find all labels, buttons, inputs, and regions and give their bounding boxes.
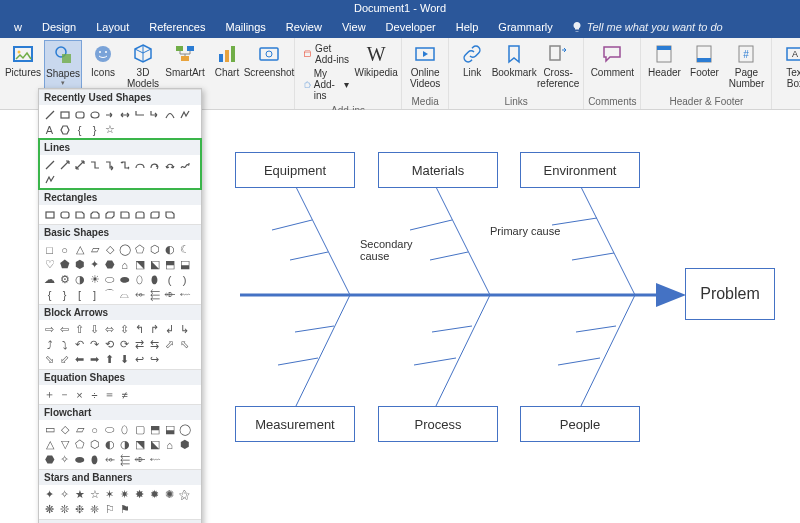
shape-elbow-arrow[interactable]: [147, 107, 162, 122]
footer-button[interactable]: Footer: [685, 40, 723, 80]
shape-curve-double[interactable]: [162, 157, 177, 172]
shape-item[interactable]: ⬯: [132, 272, 147, 287]
shape-item[interactable]: △: [72, 242, 87, 257]
shape-item[interactable]: ⬓: [162, 422, 177, 437]
tab-mailings[interactable]: Mailings: [216, 17, 276, 37]
pictures-button[interactable]: Pictures: [4, 40, 42, 80]
shape-textbox[interactable]: A: [42, 122, 57, 137]
shape-item[interactable]: ⇧: [72, 322, 87, 337]
shape-item[interactable]: ⬠: [132, 242, 147, 257]
shape-item[interactable]: ⬠: [72, 437, 87, 452]
shape-item[interactable]: ⬰: [132, 287, 147, 302]
tab-grammarly[interactable]: Grammarly: [488, 17, 562, 37]
fishbone-category-materials[interactable]: Materials: [378, 152, 498, 188]
shape-item[interactable]: ⌓: [117, 287, 132, 302]
shapes-button[interactable]: Shapes ▾: [44, 40, 82, 90]
shape-item[interactable]: ⬱: [117, 452, 132, 467]
shape-freeform[interactable]: [177, 107, 192, 122]
tab-review[interactable]: Review: [276, 17, 332, 37]
shape-item[interactable]: ▽: [57, 437, 72, 452]
shape-scribble[interactable]: [177, 157, 192, 172]
shape-item[interactable]: ⬭: [102, 422, 117, 437]
shape-item[interactable]: }: [57, 287, 72, 302]
shape-item[interactable]: ◑: [72, 272, 87, 287]
shape-item[interactable]: ⟲: [102, 337, 117, 352]
shape-item[interactable]: ◑: [117, 437, 132, 452]
tab-references[interactable]: References: [139, 17, 215, 37]
shape-item[interactable]: ⇨: [42, 322, 57, 337]
shape-item[interactable]: ⬮: [87, 452, 102, 467]
shape-curve[interactable]: [162, 107, 177, 122]
shape-item[interactable]: ⇦: [57, 322, 72, 337]
shape-item[interactable]: ⬬: [72, 452, 87, 467]
shape-rectangle[interactable]: [57, 107, 72, 122]
cross-reference-button[interactable]: Cross- reference: [537, 40, 579, 91]
shape-item[interactable]: ▭: [42, 422, 57, 437]
shape-item[interactable]: ⚙: [57, 272, 72, 287]
my-addins-button[interactable]: My Add-ins ▾: [301, 67, 351, 102]
shape-item[interactable]: ⬔: [132, 257, 147, 272]
shape-item[interactable]: ⬕: [147, 437, 162, 452]
shape-item[interactable]: ⬀: [162, 337, 177, 352]
shape-rect-snipdiag[interactable]: [102, 207, 117, 222]
shape-item[interactable]: ⇳: [117, 322, 132, 337]
shape-item[interactable]: ☀: [87, 272, 102, 287]
shape-item[interactable]: ⬄: [102, 322, 117, 337]
shape-item[interactable]: ⬬: [117, 272, 132, 287]
shape-item[interactable]: ⬲: [132, 452, 147, 467]
shape-rect-snip1[interactable]: [72, 207, 87, 222]
textbox-button[interactable]: A Text Box: [776, 40, 800, 91]
shape-item[interactable]: ⇄: [132, 337, 147, 352]
shape-item[interactable]: ◯: [177, 422, 192, 437]
shape-item[interactable]: ↶: [72, 337, 87, 352]
shape-arrow-right[interactable]: [102, 107, 117, 122]
tell-me-search[interactable]: Tell me what you want to do: [571, 21, 723, 33]
shape-item[interactable]: ⌂: [162, 437, 177, 452]
shape-item[interactable]: ⤴: [42, 337, 57, 352]
3d-models-button[interactable]: 3D Models: [124, 40, 162, 91]
shape-double-arrow[interactable]: [117, 107, 132, 122]
shape-item[interactable]: ▱: [72, 422, 87, 437]
fishbone-category-process[interactable]: Process: [378, 406, 498, 442]
document-canvas[interactable]: Equipment Materials Environment Measurem…: [200, 110, 800, 523]
shape-item[interactable]: ⬡: [147, 242, 162, 257]
shape-item[interactable]: ⬂: [42, 352, 57, 367]
shape-equal[interactable]: ＝: [102, 387, 117, 402]
shape-line[interactable]: [42, 157, 57, 172]
shape-rect-round[interactable]: [57, 207, 72, 222]
shape-item[interactable]: ⬭: [102, 272, 117, 287]
link-button[interactable]: Link: [453, 40, 491, 80]
shape-item[interactable]: ⚑: [117, 502, 132, 517]
shape-elbow-arrow[interactable]: [102, 157, 117, 172]
shape-item[interactable]: ◐: [162, 242, 177, 257]
shape-item[interactable]: ↩: [132, 352, 147, 367]
shape-item[interactable]: ⟳: [117, 337, 132, 352]
shape-item[interactable]: ❊: [57, 502, 72, 517]
shape-item[interactable]: △: [42, 437, 57, 452]
shape-item[interactable]: ↷: [87, 337, 102, 352]
shape-elbow[interactable]: [132, 107, 147, 122]
shape-item[interactable]: ⬅: [72, 352, 87, 367]
fishbone-category-measurement[interactable]: Measurement: [235, 406, 355, 442]
shape-oval[interactable]: [87, 107, 102, 122]
header-button[interactable]: Header: [645, 40, 683, 80]
shape-item[interactable]: ⬢: [177, 437, 192, 452]
shape-item[interactable]: ✧: [57, 452, 72, 467]
shape-item[interactable]: ⬆: [102, 352, 117, 367]
shape-multiply[interactable]: ×: [72, 387, 87, 402]
shape-item[interactable]: ☁: [42, 272, 57, 287]
shape-item[interactable]: [: [72, 287, 87, 302]
shape-item[interactable]: ⬃: [57, 352, 72, 367]
shape-item[interactable]: ⬮: [147, 272, 162, 287]
shape-item[interactable]: ⬁: [177, 337, 192, 352]
shape-plus[interactable]: ＋: [42, 387, 57, 402]
shape-brace[interactable]: {: [72, 122, 87, 137]
shape-item[interactable]: ⬒: [162, 257, 177, 272]
tab-developer[interactable]: Developer: [376, 17, 446, 37]
shape-item[interactable]: ]: [87, 287, 102, 302]
shape-line-arrow[interactable]: [57, 157, 72, 172]
wikipedia-button[interactable]: W Wikipedia: [355, 40, 397, 80]
shape-item[interactable]: ○: [57, 242, 72, 257]
shape-item[interactable]: ⬒: [147, 422, 162, 437]
shape-item[interactable]: ↰: [132, 322, 147, 337]
